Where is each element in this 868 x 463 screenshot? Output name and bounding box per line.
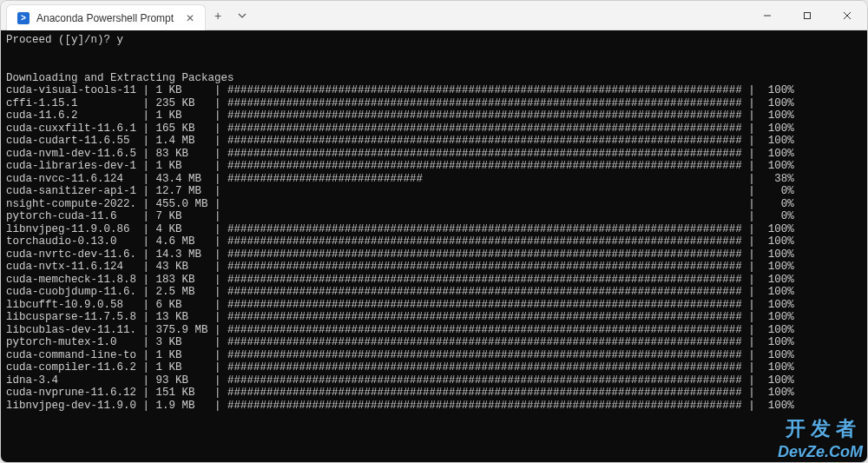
tabs-area: > Anaconda Powershell Prompt ✕ + xyxy=(1,1,254,30)
window-controls xyxy=(747,1,867,30)
svg-rect-1 xyxy=(805,12,811,18)
maximize-icon xyxy=(803,11,812,20)
tab-dropdown-button[interactable] xyxy=(230,1,254,30)
powershell-icon: > xyxy=(17,12,30,24)
chevron-down-icon xyxy=(238,11,247,20)
tab-close-button[interactable]: ✕ xyxy=(186,12,194,24)
new-tab-button[interactable]: + xyxy=(206,1,230,30)
close-icon xyxy=(843,11,852,20)
tab-title: Anaconda Powershell Prompt xyxy=(36,12,174,24)
minimize-icon xyxy=(763,11,772,20)
tab-anaconda-powershell[interactable]: > Anaconda Powershell Prompt ✕ xyxy=(6,4,206,30)
minimize-button[interactable] xyxy=(747,1,787,30)
close-button[interactable] xyxy=(827,1,867,30)
maximize-button[interactable] xyxy=(787,1,827,30)
app-window: > Anaconda Powershell Prompt ✕ + Proceed… xyxy=(0,0,868,463)
terminal-output[interactable]: Proceed ([y]/n)? y Downloading and Extra… xyxy=(1,30,867,462)
titlebar: > Anaconda Powershell Prompt ✕ + xyxy=(1,1,867,30)
